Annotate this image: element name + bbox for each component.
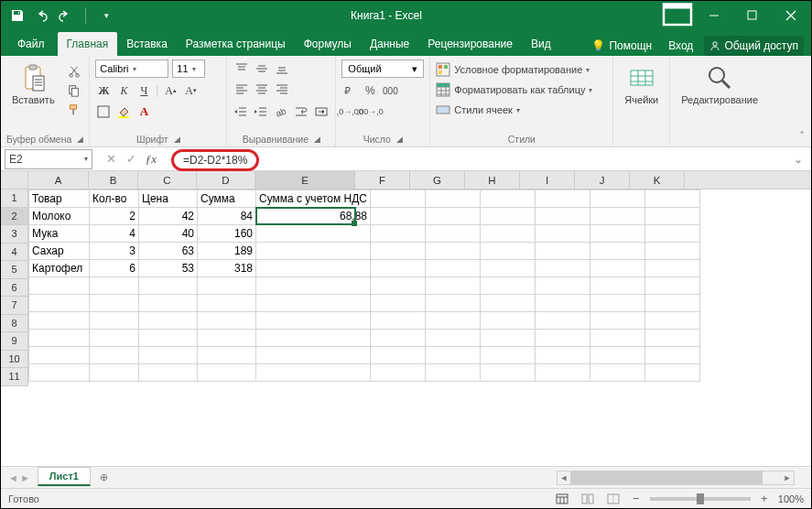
cell[interactable] [29,347,90,364]
cell[interactable] [139,364,198,382]
tab-review[interactable]: Рецензирование [418,32,522,56]
save-icon[interactable] [10,8,25,23]
cell[interactable] [198,347,256,364]
cell[interactable] [139,347,198,364]
cell[interactable] [256,260,371,277]
cell[interactable] [256,364,371,382]
cell[interactable] [590,295,644,312]
tab-view[interactable]: Вид [522,32,560,56]
cell[interactable] [29,312,90,330]
cell[interactable]: 40 [139,225,198,243]
cell[interactable] [480,330,535,347]
font-name-combo[interactable]: Calibri▾ [95,60,168,78]
enter-formula-icon[interactable]: ✓ [122,150,140,168]
col-header-A[interactable]: A [28,171,89,189]
conditional-formatting-button[interactable]: Условное форматирование▾ [436,61,592,78]
format-as-table-button[interactable]: Форматировать как таблицу▾ [436,81,592,98]
cell[interactable] [535,225,590,243]
expand-formula-bar-icon[interactable]: ⌄ [789,153,807,166]
cell[interactable]: 84 [198,208,256,225]
copy-icon[interactable] [66,82,82,99]
row-header-1[interactable]: 1 [1,190,28,208]
row-header-5[interactable]: 5 [1,261,28,279]
align-top-icon[interactable] [233,60,251,78]
cell[interactable] [644,225,699,243]
cell[interactable] [480,295,535,312]
cell[interactable] [480,260,535,277]
align-bottom-icon[interactable] [273,60,291,78]
bold-button[interactable]: Ж [95,82,112,99]
row-header-11[interactable]: 11 [1,368,28,386]
cell[interactable] [480,277,535,295]
clipboard-launcher-icon[interactable]: ◢ [77,135,83,144]
currency-icon[interactable]: ₽ [341,82,358,99]
cell[interactable]: Товар [29,190,90,208]
cell[interactable] [644,312,699,330]
cell[interactable] [644,277,699,295]
cell-styles-button[interactable]: Стили ячеек▾ [436,102,592,118]
cell[interactable] [256,225,371,243]
align-right-icon[interactable] [273,80,291,98]
align-middle-icon[interactable] [253,60,271,78]
tab-formulas[interactable]: Формулы [295,32,361,56]
zoom-slider[interactable] [650,497,751,501]
cell[interactable] [480,347,535,364]
increase-decimal-icon[interactable]: ,0→,00 [341,103,358,120]
cell[interactable] [425,312,480,330]
row-header-10[interactable]: 10 [1,351,28,369]
close-button[interactable] [773,1,809,30]
decrease-indent-icon[interactable] [233,103,249,120]
cell[interactable] [198,277,256,295]
cell[interactable]: 3 [90,243,139,260]
redo-icon[interactable] [58,8,72,23]
cell[interactable] [370,190,425,208]
cell[interactable] [29,364,90,382]
cell[interactable] [370,208,425,225]
cell[interactable] [256,295,371,312]
cell[interactable] [535,295,590,312]
cells-button[interactable]: Ячейки [619,60,664,109]
cell[interactable] [590,330,644,347]
tab-file[interactable]: Файл [5,32,58,56]
cell[interactable] [590,243,644,260]
cell[interactable]: 6 [90,260,139,277]
formula-input[interactable]: =D2-D2*18% [169,149,785,169]
cell[interactable] [370,347,425,364]
col-header-K[interactable]: K [630,171,685,189]
maximize-button[interactable] [734,1,771,30]
decrease-decimal-icon[interactable]: ,00→,0 [362,103,378,120]
cell[interactable] [590,225,644,243]
paste-button[interactable]: Вставить [6,60,60,109]
cell[interactable] [535,243,590,260]
cell[interactable] [425,364,480,382]
cell[interactable] [644,243,699,260]
cell[interactable] [29,295,90,312]
cell[interactable] [590,347,644,364]
ribbon-options-icon[interactable] [659,1,696,30]
cell[interactable] [256,330,371,347]
cell[interactable] [535,208,590,225]
cell[interactable]: 68,88 [256,208,371,225]
cell[interactable] [370,364,425,382]
comma-icon[interactable]: 000 [382,82,398,99]
increase-font-icon[interactable]: A▴ [162,82,179,99]
cell[interactable] [590,190,644,208]
underline-button[interactable]: Ч [135,82,152,99]
cell[interactable] [425,208,480,225]
cell[interactable] [370,295,425,312]
add-sheet-icon[interactable]: ⊕ [91,471,117,483]
cell[interactable] [425,190,480,208]
cell[interactable]: Сумма с учетом НДС [256,190,371,208]
cell[interactable] [535,364,590,382]
cell[interactable] [198,295,256,312]
cell[interactable] [425,347,480,364]
cell[interactable]: Кол-во [90,190,139,208]
cell[interactable] [370,312,425,330]
sheet-nav-prev-icon[interactable]: ◄ [8,472,18,483]
wrap-text-icon[interactable] [293,103,309,120]
cell[interactable] [425,243,480,260]
orientation-icon[interactable]: ab [273,103,289,120]
name-box[interactable]: E2▾ [5,149,92,169]
share-button[interactable]: Общий доступ [704,36,804,56]
cell[interactable] [425,225,480,243]
